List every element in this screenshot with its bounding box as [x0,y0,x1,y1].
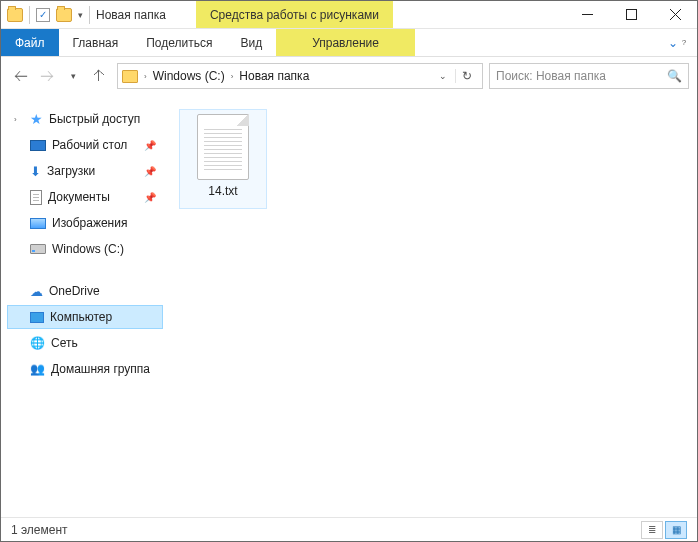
contextual-tab-label: Средства работы с рисунками [196,1,393,28]
ribbon-tabs: Файл Главная Поделиться Вид Управление ⌄… [1,29,697,57]
chevron-right-icon[interactable]: › [142,72,149,81]
maximize-icon [626,9,637,20]
address-bar-row: 🡠 🡢 ▾ 🡡 › Windows (C:) › Новая папка ⌄ ↻… [1,57,697,95]
forward-button[interactable]: 🡢 [35,64,59,88]
close-icon [670,9,681,20]
file-list[interactable]: 14.txt [169,95,697,517]
documents-icon [30,190,42,205]
minimize-icon [582,14,593,15]
onedrive-icon: ☁ [30,284,43,299]
svg-rect-0 [582,14,593,15]
properties-checkbox-icon[interactable]: ✓ [36,8,50,22]
file-name: 14.txt [208,184,237,198]
breadcrumb[interactable]: Новая папка [239,69,309,83]
quick-access-toolbar: ✓ ▾ [1,1,90,28]
nav-computer[interactable]: Компьютер [7,305,163,329]
help-button[interactable]: ⌄ ? [657,29,697,56]
spacer [7,263,163,277]
nav-buttons: 🡠 🡢 ▾ 🡡 [9,64,111,88]
back-button[interactable]: 🡠 [9,64,33,88]
nav-label: Windows (C:) [52,242,124,256]
folder-icon[interactable] [7,8,23,22]
svg-rect-1 [626,10,636,20]
new-folder-icon[interactable] [56,8,72,22]
address-bar[interactable]: › Windows (C:) › Новая папка ⌄ ↻ [117,63,483,89]
nav-label: Загрузки [47,164,95,178]
navigation-pane: › ★ Быстрый доступ Рабочий стол 📌 ⬇ Загр… [1,95,169,517]
text-file-icon [197,114,249,180]
details-view-button[interactable]: ≣ [641,521,663,539]
folder-icon [122,70,138,83]
close-button[interactable] [653,1,697,28]
chevron-right-icon: › [14,115,24,124]
pin-icon: 📌 [144,166,156,177]
up-button[interactable]: 🡡 [87,64,111,88]
refresh-button[interactable]: ↻ [455,69,478,83]
separator [29,6,30,24]
nav-label: Компьютер [50,310,112,324]
nav-label: Изображения [52,216,127,230]
homegroup-icon: 👥 [30,362,45,376]
icons-view-button[interactable]: ▦ [665,521,687,539]
item-count: 1 элемент [11,523,68,537]
maximize-button[interactable] [609,1,653,28]
nav-label: OneDrive [49,284,100,298]
pin-icon: 📌 [144,140,156,151]
search-input[interactable]: Поиск: Новая папка 🔍 [489,63,689,89]
list-item[interactable]: 14.txt [179,109,267,209]
window-title: Новая папка [96,8,166,22]
chevron-right-icon[interactable]: › [229,72,236,81]
nav-downloads[interactable]: ⬇ Загрузки 📌 [7,159,163,183]
search-placeholder: Поиск: Новая папка [496,69,606,83]
view-toggle: ≣ ▦ [641,521,687,539]
nav-documents[interactable]: Документы 📌 [7,185,163,209]
status-bar: 1 элемент ≣ ▦ [1,517,697,541]
computer-icon [30,312,44,323]
qat-dropdown-icon[interactable]: ▾ [78,10,83,20]
pictures-icon [30,218,46,229]
tab-manage[interactable]: Управление [276,29,415,56]
nav-quick-access[interactable]: › ★ Быстрый доступ [7,107,163,131]
nav-network[interactable]: 🌐 Сеть [7,331,163,355]
nav-onedrive[interactable]: ☁ OneDrive [7,279,163,303]
desktop-icon [30,140,46,151]
nav-label: Домашняя группа [51,362,150,376]
nav-homegroup[interactable]: 👥 Домашняя группа [7,357,163,381]
title-bar: ✓ ▾ Новая папка Средства работы с рисунк… [1,1,697,29]
tab-home[interactable]: Главная [59,29,133,56]
network-icon: 🌐 [30,336,45,350]
nav-label: Сеть [51,336,78,350]
star-icon: ★ [30,111,43,127]
downloads-icon: ⬇ [30,164,41,179]
tab-share[interactable]: Поделиться [132,29,226,56]
drive-icon [30,244,46,254]
separator [89,6,90,24]
chevron-down-icon: ⌄ [668,36,678,50]
nav-drive-c[interactable]: Windows (C:) [7,237,163,261]
search-icon: 🔍 [667,69,682,83]
nav-label: Документы [48,190,110,204]
nav-pictures[interactable]: Изображения [7,211,163,235]
pin-icon: 📌 [144,192,156,203]
nav-desktop[interactable]: Рабочий стол 📌 [7,133,163,157]
breadcrumb[interactable]: Windows (C:) [153,69,225,83]
minimize-button[interactable] [565,1,609,28]
window-controls [565,1,697,28]
nav-label: Рабочий стол [52,138,127,152]
recent-dropdown-icon[interactable]: ▾ [61,64,85,88]
tab-view[interactable]: Вид [226,29,276,56]
tab-file[interactable]: Файл [1,29,59,56]
nav-label: Быстрый доступ [49,112,140,126]
body: › ★ Быстрый доступ Рабочий стол 📌 ⬇ Загр… [1,95,697,517]
address-dropdown-icon[interactable]: ⌄ [435,71,451,81]
help-icon: ? [682,38,686,47]
